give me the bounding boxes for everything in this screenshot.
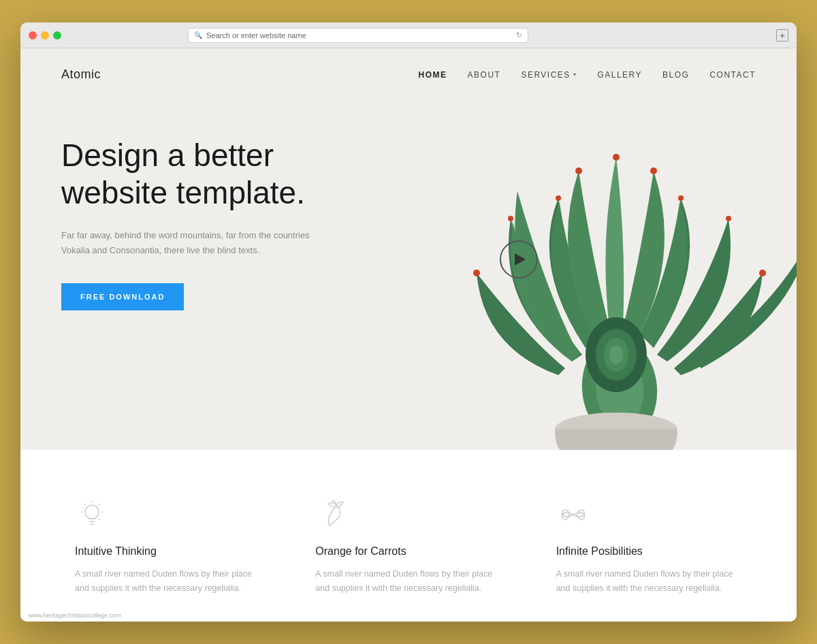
close-button[interactable] bbox=[29, 31, 37, 39]
fullscreen-button[interactable] bbox=[53, 31, 61, 39]
svg-point-14 bbox=[726, 216, 731, 221]
hero-subtitle: Far far away, behind the word mountains,… bbox=[61, 228, 320, 258]
nav-services[interactable]: SERVICES ▾ bbox=[521, 70, 577, 80]
carrot-icon bbox=[317, 500, 347, 530]
feature-icon-2 bbox=[315, 498, 349, 532]
features-section: Intuitive Thinking A small river named D… bbox=[20, 450, 797, 622]
svg-point-17 bbox=[85, 505, 99, 519]
chevron-down-icon: ▾ bbox=[573, 71, 577, 78]
svg-point-11 bbox=[609, 345, 623, 364]
nav-home[interactable]: HOME bbox=[419, 70, 447, 80]
lightbulb-icon bbox=[77, 500, 107, 530]
svg-point-15 bbox=[556, 195, 561, 201]
hero-section: Atomic HOME ABOUT SERVICES ▾ GALLERY BLO… bbox=[20, 48, 797, 470]
play-icon bbox=[515, 253, 526, 265]
svg-line-21 bbox=[99, 519, 100, 520]
browser-window: 🔍 Search or enter website name ↻ + bbox=[20, 22, 797, 622]
svg-point-13 bbox=[508, 216, 513, 221]
website-content: Atomic HOME ABOUT SERVICES ▾ GALLERY BLO… bbox=[20, 48, 797, 622]
cta-button[interactable]: FREE DOWNLOAD bbox=[61, 283, 184, 310]
feature-title-1: Intuitive Thinking bbox=[75, 545, 261, 558]
feature-card-3: Infinite Posibilities A small river name… bbox=[543, 484, 756, 610]
browser-chrome: 🔍 Search or enter website name ↻ + bbox=[20, 22, 797, 48]
nav-about[interactable]: ABOUT bbox=[468, 70, 501, 80]
svg-line-22 bbox=[84, 504, 86, 506]
feature-icon-1 bbox=[75, 498, 109, 532]
svg-point-3 bbox=[575, 167, 582, 174]
svg-point-6 bbox=[473, 270, 480, 276]
address-text: Search or enter website name bbox=[206, 31, 512, 39]
feature-desc-2: A small river named Duden flows by their… bbox=[315, 567, 501, 596]
nav-contact[interactable]: CONTACT bbox=[709, 70, 756, 80]
navbar: Atomic HOME ABOUT SERVICES ▾ GALLERY BLO… bbox=[20, 48, 797, 101]
svg-point-4 bbox=[650, 167, 657, 174]
svg-point-7 bbox=[759, 270, 766, 276]
feature-title-2: Orange for Carrots bbox=[315, 545, 501, 558]
site-logo[interactable]: Atomic bbox=[61, 67, 101, 82]
nav-blog[interactable]: BLOG bbox=[662, 70, 689, 80]
feature-icon-3 bbox=[556, 498, 590, 532]
minimize-button[interactable] bbox=[41, 31, 49, 39]
feature-card-2: Orange for Carrots A small river named D… bbox=[302, 484, 515, 610]
nav-links: HOME ABOUT SERVICES ▾ GALLERY BLOG CONTA… bbox=[419, 70, 756, 80]
infinity-icon bbox=[558, 500, 588, 530]
nav-gallery[interactable]: GALLERY bbox=[597, 70, 642, 80]
new-tab-button[interactable]: + bbox=[776, 29, 788, 42]
svg-point-16 bbox=[678, 195, 684, 201]
play-button[interactable] bbox=[500, 240, 538, 278]
svg-line-19 bbox=[99, 504, 100, 506]
search-icon: 🔍 bbox=[194, 31, 202, 39]
svg-point-5 bbox=[613, 154, 620, 161]
hero-content: Design a better website template. Far fa… bbox=[61, 137, 388, 310]
hero-title: Design a better website template. bbox=[61, 137, 388, 212]
watermark: www.heritagechristiancollege.com bbox=[29, 612, 121, 619]
refresh-icon[interactable]: ↻ bbox=[516, 31, 522, 39]
plant-decoration bbox=[408, 62, 797, 457]
feature-desc-1: A small river named Duden flows by their… bbox=[75, 567, 261, 596]
address-bar[interactable]: 🔍 Search or enter website name ↻ bbox=[188, 28, 528, 43]
feature-desc-3: A small river named Duden flows by their… bbox=[556, 567, 742, 596]
feature-card-1: Intuitive Thinking A small river named D… bbox=[61, 484, 274, 610]
traffic-lights bbox=[29, 31, 61, 39]
feature-title-3: Infinite Posibilities bbox=[556, 545, 742, 558]
